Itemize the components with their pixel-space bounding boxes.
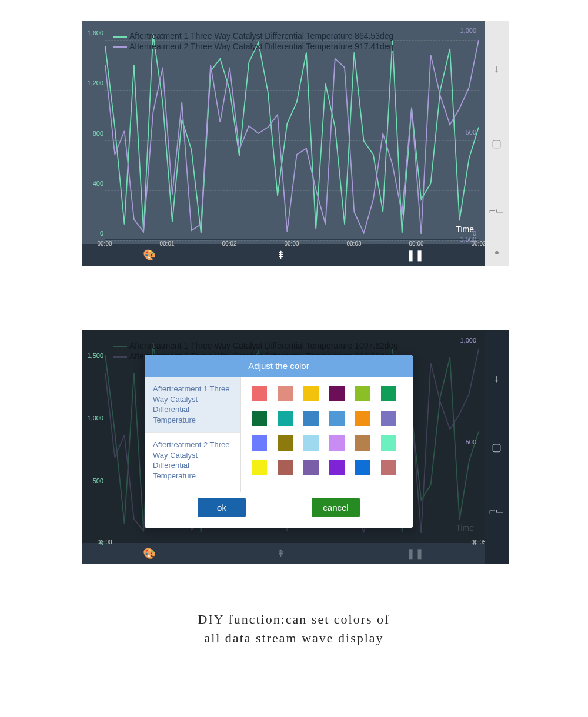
color-swatch[interactable] [252, 386, 267, 401]
color-swatch[interactable] [329, 460, 345, 475]
color-swatch[interactable] [355, 386, 370, 401]
merge-icon[interactable]: ⇞ [276, 249, 285, 262]
color-swatch[interactable] [329, 386, 345, 401]
right-sidebar-2: ↓ ▢ ⌐⌙ [485, 330, 509, 564]
color-swatch[interactable] [381, 435, 396, 451]
series-item-0[interactable]: Aftertreatment 1 Three Way Catalyst Diff… [145, 377, 240, 433]
caption-line-2: all data stream wave display [0, 629, 588, 648]
color-swatch[interactable] [278, 411, 293, 426]
series-list: Aftertreatment 1 Three Way Catalyst Diff… [145, 377, 241, 492]
color-swatch[interactable] [355, 435, 370, 451]
color-swatch[interactable] [355, 411, 370, 426]
color-swatch[interactable] [355, 460, 370, 475]
chart-panel-1: Aftertreatment 1 Three Way Catalyst Diff… [82, 21, 509, 266]
playback-bar: 🎨 ⇞ ❚❚ [82, 244, 485, 266]
chart-panel-2: Aftertreatment 1 Three Way Catalyst Diff… [82, 330, 509, 564]
pause-icon[interactable]: ❚❚ [406, 249, 424, 262]
color-swatch-grid [241, 377, 413, 492]
plot-1 [105, 28, 479, 240]
right-sidebar-1: ↓ ▢ ⌐⌙ [485, 21, 509, 266]
signal-icon[interactable]: ⌐⌙ [485, 504, 509, 517]
color-swatch[interactable] [303, 411, 319, 426]
x-axis-title: Time [456, 225, 474, 234]
color-swatch[interactable] [252, 411, 267, 426]
caption-line-1: DIY function:can set colors of [0, 610, 588, 629]
series-item-1[interactable]: Aftertreatment 2 Three Way Catalyst Diff… [145, 433, 240, 488]
playback-bar-2: 🎨 ⇞ ❚❚ [82, 543, 485, 564]
chart-area-1: Aftertreatment 1 Three Way Catalyst Diff… [82, 21, 485, 266]
fullscreen-icon[interactable]: ▢ [485, 441, 509, 454]
legend-1: Aftertreatment 1 Three Way Catalyst Diff… [113, 31, 393, 52]
color-swatch[interactable] [303, 386, 319, 401]
color-swatch[interactable] [303, 460, 319, 475]
color-swatch[interactable] [381, 411, 396, 426]
color-swatch[interactable] [381, 386, 396, 401]
color-swatch[interactable] [381, 460, 396, 475]
download-icon[interactable]: ↓ [485, 373, 509, 385]
ok-button[interactable]: ok [198, 498, 246, 517]
color-swatch[interactable] [303, 435, 319, 451]
color-swatch[interactable] [252, 460, 267, 475]
color-swatch[interactable] [329, 411, 345, 426]
legend-label: Aftertreatment 1 Three Way Catalyst Diff… [129, 31, 393, 41]
color-dialog: Adjust the color Aftertreatment 1 Three … [145, 355, 413, 528]
signal-icon[interactable]: ⌐⌙ [485, 204, 509, 217]
legend-label: Aftertreatment 2 Three Way Catalyst Diff… [129, 42, 393, 51]
color-swatch[interactable] [278, 386, 293, 401]
pause-icon[interactable]: ❚❚ [406, 547, 424, 560]
cancel-button[interactable]: cancel [312, 498, 360, 517]
chart-area-2: Aftertreatment 1 Three Way Catalyst Diff… [82, 330, 485, 564]
color-swatch[interactable] [278, 460, 293, 475]
color-swatch[interactable] [252, 435, 267, 451]
color-swatch[interactable] [329, 435, 345, 451]
fullscreen-icon[interactable]: ▢ [485, 137, 509, 150]
dialog-title: Adjust the color [145, 355, 413, 377]
palette-icon[interactable]: 🎨 [143, 547, 156, 560]
caption: DIY function:can set colors of all data … [0, 610, 588, 648]
color-swatch[interactable] [278, 435, 293, 451]
download-icon[interactable]: ↓ [485, 63, 509, 75]
palette-icon[interactable]: 🎨 [143, 249, 156, 262]
merge-icon[interactable]: ⇞ [276, 547, 285, 560]
dot-icon [495, 251, 499, 254]
